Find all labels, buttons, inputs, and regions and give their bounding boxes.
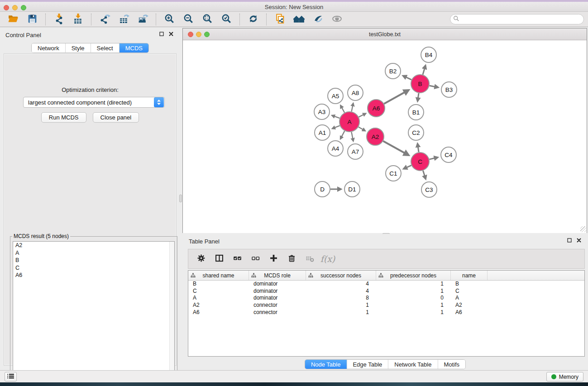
edge-C-C2[interactable] (417, 144, 419, 152)
node-C2[interactable]: C2 (408, 125, 424, 140)
tab-network-table[interactable]: Network Table (388, 360, 438, 369)
column-header[interactable]: name (451, 271, 488, 280)
edge-A-A3[interactable] (332, 115, 339, 118)
node-B[interactable]: B (411, 75, 429, 93)
function-builder-button[interactable]: f(x) (320, 251, 336, 267)
table-row[interactable]: Bdominator41B (188, 281, 584, 288)
tab-edge-table[interactable]: Edge Table (347, 360, 388, 369)
optimization-criterion-select[interactable]: largest connected component (directed) (23, 97, 165, 108)
import-table-button[interactable] (68, 13, 87, 26)
tab-select[interactable]: Select (91, 43, 120, 52)
edge-A-A6[interactable] (359, 114, 366, 117)
edge-A-A1[interactable] (332, 126, 340, 129)
edge-B-B3[interactable] (430, 86, 438, 87)
node-A8[interactable]: A8 (348, 85, 363, 100)
mcds-result-item[interactable]: A2 (13, 242, 174, 249)
result-scrollbar[interactable] (169, 242, 174, 384)
column-header[interactable]: MCDS role (249, 271, 306, 280)
node-A6[interactable]: A6 (368, 100, 385, 117)
zoom-fit-button[interactable] (198, 13, 217, 26)
resize-grip-icon[interactable] (580, 226, 586, 232)
edge-B-B1[interactable] (418, 93, 419, 101)
search-input[interactable] (459, 15, 583, 24)
edge-A2-C[interactable] (383, 141, 408, 155)
float-panel-button[interactable] (566, 238, 572, 244)
node-A[interactable]: A (339, 112, 359, 132)
mcds-result-item[interactable]: A (13, 249, 174, 257)
search-box[interactable] (450, 14, 584, 24)
edge-A-A8[interactable] (352, 103, 354, 111)
node-A5[interactable]: A5 (328, 88, 343, 104)
run-mcds-button[interactable]: Run MCDS (41, 112, 86, 123)
edge-B-B4[interactable] (423, 66, 425, 75)
node-C3[interactable]: C3 (421, 182, 437, 197)
close-panel-button[interactable] (168, 32, 174, 38)
mcds-result-item[interactable]: B (13, 257, 174, 264)
edge-C-C3[interactable] (423, 171, 425, 179)
open-session-button[interactable] (4, 13, 23, 26)
node-A4[interactable]: A4 (328, 141, 343, 156)
edge-A-A7[interactable] (351, 132, 353, 141)
home-pair-button[interactable] (289, 13, 308, 26)
float-panel-button[interactable] (158, 32, 164, 38)
select-all-button[interactable] (229, 251, 245, 267)
node-B1[interactable]: B1 (408, 105, 424, 120)
node-C1[interactable]: C1 (386, 166, 401, 181)
edge-C-C1[interactable] (404, 165, 411, 169)
node-B4[interactable]: B4 (421, 47, 436, 62)
delete-table-button[interactable] (301, 251, 318, 267)
import-network-button[interactable] (49, 13, 68, 26)
edge-A-A5[interactable] (340, 105, 344, 113)
node-D1[interactable]: D1 (344, 181, 360, 197)
node-B2[interactable]: B2 (385, 63, 401, 79)
hide-graphics-details-button[interactable] (308, 13, 327, 26)
zoom-out-button[interactable] (179, 13, 198, 26)
mcds-result-item[interactable]: A6 (13, 272, 174, 279)
column-header[interactable]: shared name (188, 271, 249, 280)
node-table[interactable]: shared nameMCDS rolesuccessor nodesprede… (188, 270, 585, 357)
export-table-button[interactable] (114, 13, 133, 26)
mcds-result-item[interactable]: C (13, 264, 174, 272)
memory-button[interactable]: Memory (546, 372, 583, 381)
zoom-in-button[interactable] (160, 13, 179, 26)
table-row[interactable]: A6connector11A6 (188, 309, 584, 316)
add-row-button[interactable] (265, 251, 282, 267)
node-A2[interactable]: A2 (367, 128, 384, 145)
mcds-result-list[interactable]: A2ABCA6 (13, 241, 175, 385)
edge-A6-B[interactable] (384, 90, 408, 104)
task-history-button[interactable] (5, 372, 17, 381)
network-from-selection-button[interactable] (270, 13, 289, 26)
node-B3[interactable]: B3 (441, 82, 457, 97)
node-A1[interactable]: A1 (315, 125, 330, 140)
node-A3[interactable]: A3 (314, 104, 330, 119)
tab-style[interactable]: Style (66, 43, 91, 52)
tab-node-table[interactable]: Node Table (305, 360, 347, 369)
network-window-titlebar[interactable]: testGlobe.txt (183, 29, 587, 40)
close-panel-button[interactable]: Close panel (93, 112, 139, 123)
delete-row-button[interactable] (283, 251, 300, 267)
column-header[interactable]: successor nodes (306, 271, 376, 280)
edge-A-A4[interactable] (340, 131, 344, 139)
table-row[interactable]: Cdominator41C (188, 288, 584, 295)
edge-C-C4[interactable] (429, 157, 437, 159)
table-row[interactable]: Adominator80A (188, 295, 584, 302)
deselect-all-button[interactable] (247, 251, 263, 267)
table-row[interactable]: A2connector11A2 (188, 302, 584, 309)
export-image-button[interactable] (133, 13, 152, 26)
eye-button[interactable] (327, 13, 346, 26)
edge-A-A2[interactable] (359, 127, 365, 131)
column-header[interactable]: predecessor nodes (376, 271, 451, 280)
settings-gear-button[interactable] (193, 251, 209, 267)
export-network-button[interactable] (95, 13, 114, 26)
zoom-selected-button[interactable] (217, 13, 236, 26)
node-C4[interactable]: C4 (441, 147, 456, 162)
edge-B-B2[interactable] (403, 76, 411, 80)
tab-mcds[interactable]: MCDS (120, 43, 148, 52)
apply-layout-button[interactable] (244, 13, 263, 26)
node-C[interactable]: C (411, 152, 429, 171)
tab-network[interactable]: Network (32, 43, 66, 52)
close-panel-button[interactable] (576, 238, 582, 244)
columns-button[interactable] (211, 251, 227, 267)
save-session-button[interactable] (23, 13, 42, 26)
tab-motifs[interactable]: Motifs (438, 360, 465, 369)
